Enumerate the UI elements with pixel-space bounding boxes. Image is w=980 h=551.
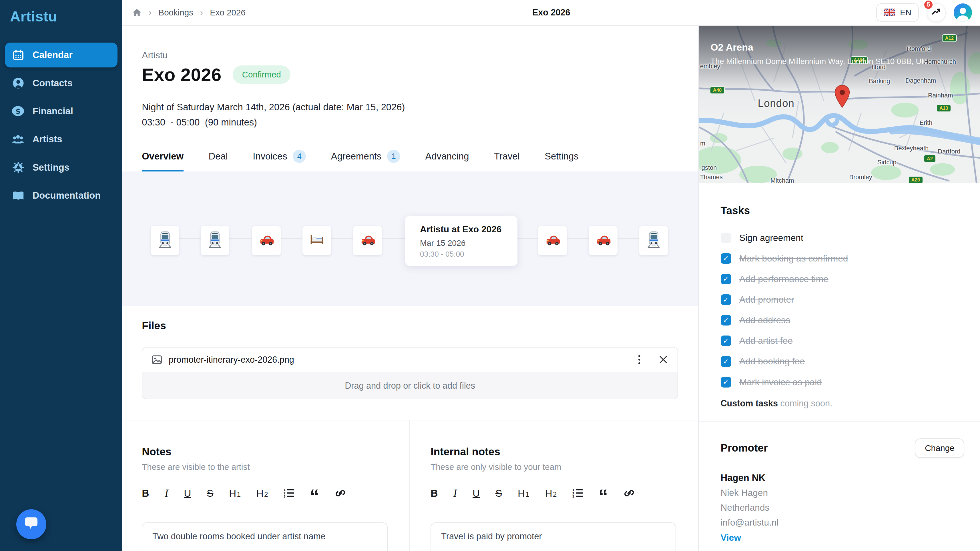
tab-label: Travel — [494, 151, 520, 162]
task-row-add-address: ✓Add address — [721, 312, 958, 329]
task-row-add-performance-time: ✓Add performance time — [721, 271, 958, 287]
itinerary-timeline: Artistu at Exo 2026 Mar 15 2026 03:30 - … — [123, 171, 698, 306]
dollar-icon: $ — [11, 105, 25, 118]
timeline-car-item[interactable] — [589, 226, 617, 256]
sidebar-item-financial[interactable]: $Financial — [5, 98, 118, 124]
tab-label: Deal — [208, 151, 228, 162]
car-icon — [594, 231, 612, 250]
book-icon — [11, 189, 25, 202]
breadcrumb-item-exo-2026[interactable]: Exo 2026 — [210, 8, 246, 17]
bold-icon[interactable]: B — [431, 488, 438, 498]
task-checkbox[interactable]: ✓ — [721, 335, 731, 346]
ordered-list-icon[interactable]: 123 — [283, 488, 294, 498]
timeline-train-item[interactable] — [639, 226, 668, 256]
activity-button[interactable]: 5 — [927, 3, 946, 22]
booking-date: Night of Saturday March 14th, 2026 (actu… — [142, 102, 678, 113]
promoter-email: info@artistu.nl — [721, 517, 964, 528]
svg-text:1: 1 — [283, 488, 286, 492]
tab-settings[interactable]: Settings — [545, 150, 578, 172]
task-checkbox[interactable]: ✓ — [721, 253, 731, 264]
breadcrumb-item-bookings[interactable]: Bookings — [159, 8, 193, 17]
sidebar-item-contacts[interactable]: Contacts — [5, 71, 118, 95]
timeline-car-item[interactable] — [353, 226, 382, 256]
italic-icon[interactable]: I — [453, 488, 457, 499]
notification-badge: 5 — [923, 0, 934, 10]
heading2-icon[interactable]: H2 — [545, 488, 557, 498]
view-promoter-link[interactable]: View — [721, 532, 964, 543]
task-checkbox[interactable]: ✓ — [721, 315, 731, 326]
timeline-car-item[interactable] — [252, 226, 281, 256]
user-avatar[interactable] — [954, 3, 972, 21]
link-icon[interactable] — [335, 487, 346, 499]
tab-invoices[interactable]: Invoices4 — [253, 150, 306, 172]
map-road-badge: A12 — [942, 34, 957, 42]
italic-icon[interactable]: I — [165, 488, 168, 499]
tab-deal[interactable]: Deal — [208, 150, 228, 172]
breadcrumb: › Bookings›Exo 2026 — [132, 8, 246, 17]
tab-agreements[interactable]: Agreements1 — [331, 150, 400, 172]
change-promoter-button[interactable]: Change — [915, 438, 964, 458]
home-icon[interactable] — [132, 8, 142, 17]
file-name: promoter-itinerary-exo-2026.png — [169, 355, 294, 365]
task-label: Add performance time — [739, 274, 829, 284]
sidebar-item-label: Contacts — [33, 78, 73, 89]
status-badge: Confirmed — [233, 65, 290, 84]
tab-label: Advancing — [425, 151, 469, 162]
task-label: Add artist fee — [739, 335, 793, 346]
tab-count-badge: 1 — [387, 150, 400, 163]
strikethrough-icon[interactable]: S — [495, 488, 502, 498]
blockquote-icon[interactable]: “ — [599, 488, 608, 498]
file-dropzone[interactable]: Drag and drop or click to add files — [142, 372, 678, 399]
timeline-car-item[interactable] — [538, 226, 567, 256]
task-checkbox[interactable]: ✓ — [721, 294, 731, 305]
image-file-icon — [151, 354, 162, 365]
sidebar-item-documentation[interactable]: Documentation — [5, 183, 118, 208]
timeline-bed-item[interactable] — [302, 226, 331, 256]
notes-input[interactable]: Two double rooms booked under artist nam… — [142, 522, 387, 551]
timeline-train-item[interactable] — [201, 226, 229, 256]
file-row[interactable]: promoter-itinerary-exo-2026.png — [142, 348, 678, 372]
bold-icon[interactable]: B — [142, 488, 149, 498]
event-title: Artistu at Exo 2026 — [420, 224, 508, 235]
tasks-heading: Tasks — [721, 204, 958, 217]
sidebar-item-label: Artists — [33, 134, 62, 144]
files-heading: Files — [142, 319, 678, 332]
map-road-badge: A40 — [710, 86, 725, 94]
language-button[interactable]: EN — [876, 3, 918, 22]
task-label: Sign agreement — [739, 233, 803, 243]
strikethrough-icon[interactable]: S — [207, 488, 213, 498]
venue-map[interactable]: embleyLondonRomfordHornchurchIlfordBarki… — [699, 26, 980, 183]
link-icon[interactable] — [624, 487, 635, 499]
map-place-label: Thames — [700, 173, 723, 181]
heading2-icon[interactable]: H2 — [256, 488, 268, 498]
promoter-section: Promoter Change Hagen NK Niek Hagen Neth… — [699, 422, 980, 543]
blockquote-icon[interactable]: “ — [310, 488, 319, 498]
tab-overview[interactable]: Overview — [142, 150, 183, 172]
task-checkbox[interactable] — [721, 233, 731, 243]
task-checkbox[interactable]: ✓ — [721, 274, 731, 284]
timeline-event-card[interactable]: Artistu at Exo 2026 Mar 15 2026 03:30 - … — [405, 216, 518, 266]
heading1-icon[interactable]: H1 — [229, 488, 241, 498]
file-card: promoter-itinerary-exo-2026.png Drag and… — [142, 347, 678, 399]
close-icon[interactable] — [657, 354, 669, 365]
internal-notes-input[interactable]: Travel is paid by promoter — [431, 522, 676, 551]
map-place-label: Bexleyheath — [894, 144, 929, 152]
sidebar-item-calendar[interactable]: Calendar — [5, 43, 118, 67]
timeline-train-item[interactable] — [151, 226, 180, 256]
underline-icon[interactable]: U — [184, 488, 191, 498]
sidebar-item-artists[interactable]: Artists — [5, 127, 118, 152]
ordered-list-icon[interactable]: 123 — [572, 488, 583, 498]
tab-travel[interactable]: Travel — [494, 150, 520, 172]
kebab-menu-icon[interactable] — [634, 354, 645, 365]
custom-tasks-note: Custom tasks coming soon. — [721, 399, 958, 408]
task-checkbox[interactable]: ✓ — [721, 356, 731, 367]
chevron-right-icon: › — [200, 8, 203, 17]
tab-advancing[interactable]: Advancing — [425, 150, 469, 172]
notes-section: Notes These are visible to the artist BI… — [123, 420, 698, 551]
underline-icon[interactable]: U — [473, 488, 480, 498]
chat-button[interactable] — [16, 509, 46, 539]
task-checkbox[interactable]: ✓ — [721, 377, 731, 387]
sidebar-item-settings[interactable]: Settings — [5, 155, 118, 180]
heading1-icon[interactable]: H1 — [518, 488, 530, 498]
svg-text:1: 1 — [572, 488, 574, 492]
